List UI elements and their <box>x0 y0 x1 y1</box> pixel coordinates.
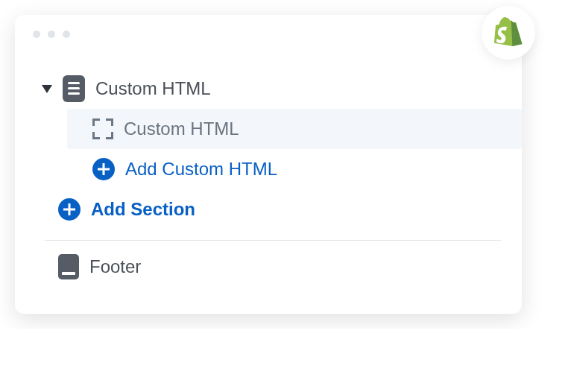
close-dot[interactable] <box>33 31 40 38</box>
sections-list: Custom HTML Custom HTML Add Custom HTML … <box>15 54 522 314</box>
zoom-dot[interactable] <box>63 31 70 38</box>
add-section-label: Add Section <box>91 199 195 220</box>
shopify-badge <box>482 6 535 60</box>
content-section-icon <box>63 75 85 102</box>
add-block-label: Add Custom HTML <box>125 159 277 180</box>
section-row-footer[interactable]: Footer <box>15 247 522 287</box>
add-block-button[interactable]: Add Custom HTML <box>15 149 522 189</box>
divider <box>45 240 501 241</box>
shopify-icon <box>494 16 523 49</box>
section-row-custom-html[interactable]: Custom HTML <box>15 69 522 109</box>
window-titlebar <box>15 15 522 54</box>
minimize-dot[interactable] <box>48 31 55 38</box>
add-section-button[interactable]: Add Section <box>15 189 522 230</box>
block-label: Custom HTML <box>124 118 239 139</box>
plus-circle-icon <box>92 158 115 180</box>
block-row-custom-html[interactable]: Custom HTML <box>67 109 522 149</box>
theme-editor-panel: Custom HTML Custom HTML Add Custom HTML … <box>15 15 522 314</box>
section-title: Custom HTML <box>95 78 211 99</box>
footer-label: Footer <box>89 256 141 277</box>
window-controls[interactable] <box>33 31 70 38</box>
footer-section-icon <box>58 254 79 279</box>
focus-brackets-icon <box>92 118 113 139</box>
plus-circle-icon <box>58 198 81 221</box>
chevron-down-icon[interactable] <box>42 85 52 93</box>
